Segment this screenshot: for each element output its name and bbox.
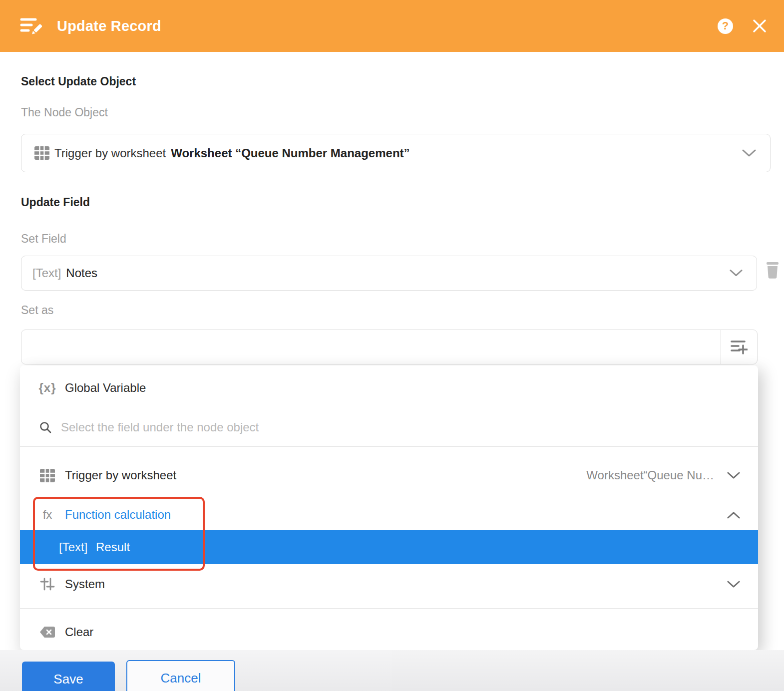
menu-divider <box>20 608 758 609</box>
menu-item-result-selected[interactable]: [Text] Result <box>20 530 758 564</box>
set-field-type: [Text] <box>32 266 61 280</box>
menu-item-clear[interactable]: Clear <box>20 614 758 650</box>
chevron-up-icon <box>727 511 740 519</box>
field-search-input[interactable] <box>60 420 758 435</box>
menu-item-trigger-by-worksheet[interactable]: Trigger by worksheet Worksheet“Queue Nu… <box>20 451 758 499</box>
system-sliders-icon <box>39 577 56 591</box>
menu-item-label: Global Variable <box>65 381 146 395</box>
node-object-label: The Node Object <box>21 106 108 119</box>
delete-field-trash-icon[interactable] <box>765 262 780 279</box>
node-object-prefix: Trigger by worksheet <box>54 146 166 160</box>
worksheet-grid-icon <box>34 146 49 160</box>
node-object-select[interactable]: Trigger by worksheet Worksheet “Queue Nu… <box>21 134 771 172</box>
menu-item-label: Function calculation <box>65 508 171 522</box>
field-picker-dropdown: {x} Global Variable Trigger by worksheet <box>20 365 758 650</box>
cancel-button[interactable]: Cancel <box>126 660 235 691</box>
menu-item-label: Result <box>96 540 130 554</box>
add-dynamic-value-button[interactable] <box>721 330 757 364</box>
close-icon[interactable] <box>752 18 767 33</box>
trigger-worksheet-value: Worksheet“Queue Nu… <box>586 468 714 482</box>
set-as-input[interactable] <box>21 330 721 364</box>
chevron-down-icon <box>727 581 740 588</box>
edit-record-icon <box>20 16 42 36</box>
help-icon[interactable]: ? <box>718 18 733 34</box>
dialog-footer <box>0 650 784 691</box>
set-field-select[interactable]: [Text] Notes <box>21 256 757 291</box>
field-search-row <box>20 408 758 447</box>
menu-item-global-variable[interactable]: {x} Global Variable <box>20 371 758 404</box>
chevron-down-icon <box>730 270 743 277</box>
set-as-field <box>21 330 758 364</box>
update-record-dialog: Update Record ? Select Update Object The… <box>0 0 784 691</box>
worksheet-grid-icon <box>39 469 56 482</box>
save-button[interactable]: Save <box>22 662 115 691</box>
menu-item-label: Trigger by worksheet <box>65 468 176 482</box>
set-as-label: Set as <box>21 304 53 317</box>
set-field-value: Notes <box>66 266 97 280</box>
add-list-icon <box>731 340 748 354</box>
node-object-value: Worksheet “Queue Number Management” <box>171 146 409 160</box>
section-update-field: Update Field <box>21 196 90 209</box>
chevron-down-icon <box>742 149 756 157</box>
set-field-label: Set Field <box>21 232 66 246</box>
result-type: [Text] <box>59 540 87 554</box>
menu-item-label: System <box>65 577 105 591</box>
dialog-title: Update Record <box>57 18 161 34</box>
global-variable-icon: {x} <box>39 381 56 395</box>
menu-item-function-calculation[interactable]: fx Function calculation <box>20 499 758 530</box>
function-fx-icon: fx <box>39 508 56 522</box>
menu-item-label: Clear <box>65 625 93 639</box>
search-icon <box>39 421 52 434</box>
clear-backspace-icon <box>39 626 56 638</box>
chevron-down-icon <box>727 472 740 479</box>
dialog-header: Update Record ? <box>0 0 784 52</box>
menu-item-system[interactable]: System <box>20 565 758 603</box>
section-select-update-object: Select Update Object <box>21 75 136 88</box>
